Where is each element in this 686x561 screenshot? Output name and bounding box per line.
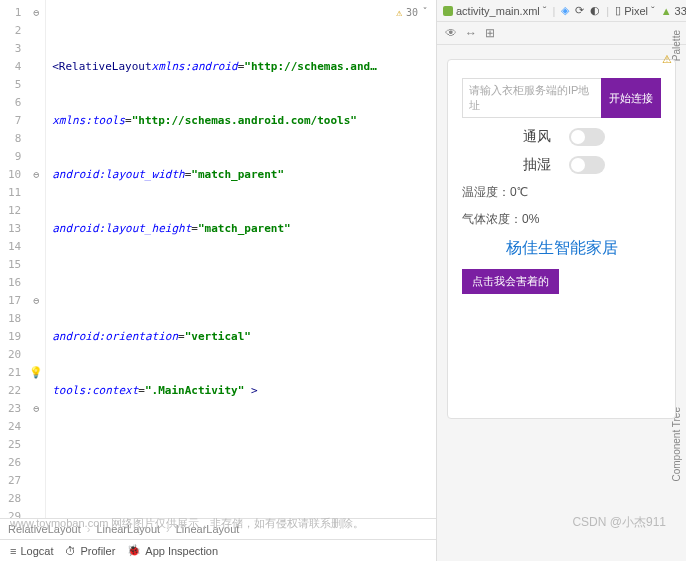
design-toolbar: activity_main.xml ˇ | ◈ ⟳ ◐ | ▯ Pixelˇ ▲… bbox=[437, 0, 686, 22]
layout-file-dropdown[interactable]: activity_main.xml ˇ bbox=[443, 5, 546, 17]
chevron-down-icon: ˇ bbox=[543, 5, 547, 17]
temperature-readout: 温湿度：0℃ bbox=[462, 184, 661, 201]
switch-dehum[interactable] bbox=[569, 156, 605, 174]
phone-icon: ▯ bbox=[615, 4, 621, 17]
tool-window-tabs: ≡Logcat ⏱Profiler 🐞App Inspection bbox=[0, 539, 436, 561]
eye-icon[interactable]: 👁 bbox=[445, 26, 457, 40]
intention-bulb-icon[interactable]: 💡 bbox=[27, 364, 45, 382]
design-preview-pane: Palette Component Tree activity_main.xml… bbox=[436, 0, 686, 561]
android-icon: ▲ bbox=[661, 5, 672, 17]
gutter-fold-marks[interactable]: ⊖ ⊖ ⊖ 💡⊖ bbox=[27, 0, 45, 518]
warning-count: 30 bbox=[406, 4, 418, 22]
warning-icon: ⚠ bbox=[396, 4, 402, 22]
api-selector[interactable]: ▲ 33ˇ bbox=[661, 5, 686, 17]
render-warning-icon[interactable]: ⚠ bbox=[662, 53, 672, 66]
switch-label-vent: 通风 bbox=[519, 128, 551, 146]
device-selector[interactable]: ▯ Pixelˇ bbox=[615, 4, 655, 17]
watermark-right: CSDN @小杰911 bbox=[572, 514, 666, 531]
grid-icon[interactable]: ⊞ bbox=[485, 26, 495, 40]
bug-icon: 🐞 bbox=[127, 544, 141, 557]
tab-logcat[interactable]: ≡Logcat bbox=[10, 545, 53, 557]
ip-row: 请输入衣柜服务端的IP地址 开始连接 bbox=[462, 78, 661, 118]
chevron-icon: ˇ bbox=[422, 4, 428, 22]
code-editor-pane: 12345 678910 1112131415 1617181920 21222… bbox=[0, 0, 436, 561]
night-mode-icon[interactable]: ◐ bbox=[590, 4, 600, 17]
inspection-summary[interactable]: ⚠ 30 ˇ bbox=[396, 4, 428, 22]
gutter: 12345 678910 1112131415 1617181920 21222… bbox=[0, 0, 46, 518]
switch-label-dehum: 抽湿 bbox=[519, 156, 551, 174]
connect-button[interactable]: 开始连接 bbox=[601, 78, 661, 118]
device-frame: 请输入衣柜服务端的IP地址 开始连接 通风 抽湿 温湿度：0℃ 气体浓度：0% … bbox=[447, 59, 676, 419]
profiler-icon: ⏱ bbox=[65, 545, 76, 557]
shy-button[interactable]: 点击我会害着的 bbox=[462, 269, 559, 294]
code-content[interactable]: ⚠ 30 ˇ <RelativeLayout xmlns:android="ht… bbox=[46, 0, 436, 518]
orientation-icon[interactable]: ⟳ bbox=[575, 4, 584, 17]
tab-profiler[interactable]: ⏱Profiler bbox=[65, 545, 115, 557]
design-surface-icon[interactable]: ◈ bbox=[561, 4, 569, 17]
logcat-icon: ≡ bbox=[10, 545, 16, 557]
view-options-bar: 👁 ↔ ⊞ bbox=[437, 22, 686, 45]
brand-title: 杨佳生智能家居 bbox=[462, 238, 661, 259]
gas-readout: 气体浓度：0% bbox=[462, 211, 661, 228]
line-numbers: 12345 678910 1112131415 1617181920 21222… bbox=[0, 0, 27, 518]
ip-input-field[interactable]: 请输入衣柜服务端的IP地址 bbox=[462, 78, 601, 118]
preview-canvas[interactable]: ⚠ 请输入衣柜服务端的IP地址 开始连接 通风 抽湿 温湿度：0℃ 气体浓度：0… bbox=[437, 45, 686, 561]
watermark-left: www.toymoban.com 网络图片仅供展示，非存储，如有侵权请联系删除。 bbox=[10, 516, 364, 531]
chevron-down-icon: ˇ bbox=[651, 5, 655, 17]
link-icon[interactable]: ↔ bbox=[465, 26, 477, 40]
tab-app-inspection[interactable]: 🐞App Inspection bbox=[127, 544, 218, 557]
switch-vent[interactable] bbox=[569, 128, 605, 146]
xml-file-icon bbox=[443, 6, 453, 16]
